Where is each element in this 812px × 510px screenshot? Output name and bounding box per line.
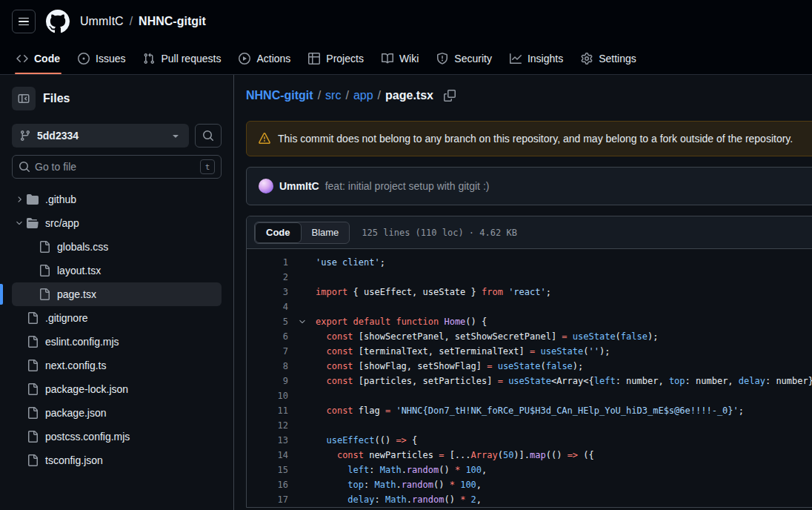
- repo-tab-settings[interactable]: Settings: [573, 43, 644, 74]
- chevron-spacer: [288, 433, 316, 448]
- chevron-spacer: [288, 418, 316, 433]
- repo-link[interactable]: NHNC-gitgit: [139, 15, 206, 28]
- go-to-file-field: t: [12, 155, 222, 179]
- github-logo[interactable]: [46, 10, 70, 33]
- branch-row: 5dd2334: [12, 124, 222, 148]
- repo-tab-issues[interactable]: Issues: [70, 43, 133, 74]
- tab-label: Projects: [326, 53, 364, 64]
- avatar[interactable]: [259, 179, 273, 193]
- copy-path-button[interactable]: [444, 90, 456, 102]
- header-breadcrumb: UmmItC / NHNC-gitgit: [80, 15, 206, 28]
- line-number[interactable]: 7: [247, 344, 288, 359]
- file-name: package-lock.json: [45, 383, 128, 395]
- shield-icon: [436, 53, 448, 64]
- files-sidebar: Files 5dd2334: [0, 75, 234, 510]
- commit-author-link[interactable]: UmmItC: [279, 180, 319, 192]
- line-number[interactable]: 16: [247, 477, 288, 492]
- code-text: const [showFlag, setShowFlag] = useState…: [316, 359, 583, 374]
- branch-name: 5dd2334: [37, 130, 79, 142]
- repo-tab-security[interactable]: Security: [429, 43, 499, 74]
- folder-icon: [27, 193, 39, 205]
- line-number[interactable]: 15: [247, 463, 288, 477]
- code-text: const [particles, setParticles] = useSta…: [316, 374, 812, 388]
- line-number[interactable]: 12: [247, 418, 288, 433]
- line-number[interactable]: 10: [247, 388, 288, 403]
- file-tree-item-page-tsx[interactable]: page.tsx: [12, 282, 222, 306]
- collapse-code-icon[interactable]: [288, 314, 316, 329]
- repo-tab-insights[interactable]: Insights: [502, 43, 570, 74]
- tab-blame[interactable]: Blame: [302, 222, 350, 243]
- line-number[interactable]: 6: [247, 329, 288, 344]
- file-tree-item-package-json[interactable]: package.json: [12, 401, 222, 425]
- line-number[interactable]: 3: [247, 285, 288, 299]
- code-text: import { useEffect, useState } from 'rea…: [316, 285, 551, 299]
- search-this-repository-button[interactable]: [195, 124, 222, 148]
- line-number[interactable]: 2: [247, 270, 288, 285]
- sidebar-panel-icon: [18, 93, 30, 105]
- file-tree-item-github[interactable]: .github: [12, 188, 222, 211]
- breadcrumb-src-link[interactable]: src: [325, 89, 341, 102]
- line-number[interactable]: 17: [247, 492, 288, 507]
- file-tree-item-globals-css[interactable]: globals.css: [12, 235, 222, 259]
- chevron-spacer: [288, 403, 316, 418]
- commit-message-link[interactable]: feat: initial project setup with gitgit …: [325, 180, 490, 192]
- code-line: 13 useEffect(() => {: [247, 433, 812, 448]
- file-icon: [27, 360, 39, 371]
- file-tree-item-src-app[interactable]: src/app: [12, 211, 222, 235]
- line-number[interactable]: 11: [247, 403, 288, 418]
- page-body: Files 5dd2334: [0, 75, 812, 510]
- file-tree-item-postcss-config-mjs[interactable]: postcss.config.mjs: [12, 425, 222, 448]
- repo-tabs: CodeIssuesPull requestsActionsProjectsWi…: [9, 43, 803, 74]
- code-line: 11 const flag = 'NHNC{Don7_tH!NK_foRCe_P…: [247, 403, 812, 418]
- file-tree-item-next-config-ts[interactable]: next.config.ts: [12, 354, 222, 377]
- hamburger-menu-button[interactable]: [12, 10, 36, 33]
- keyboard-shortcut-hint: t: [200, 159, 215, 174]
- line-number[interactable]: 1: [247, 255, 288, 270]
- go-to-file-input[interactable]: [35, 161, 196, 173]
- repo-tab-pull-requests[interactable]: Pull requests: [136, 43, 228, 74]
- line-number[interactable]: 14: [247, 448, 288, 463]
- code-line: 17 delay: Math.random() * 2,: [247, 492, 812, 507]
- tab-code[interactable]: Code: [255, 222, 302, 243]
- file-name: .gitignore: [45, 312, 88, 324]
- tab-label: Pull requests: [161, 53, 221, 64]
- line-number[interactable]: 9: [247, 374, 288, 388]
- code-text: const newParticles = [...Array(50)].map(…: [316, 448, 594, 463]
- line-number[interactable]: 8: [247, 359, 288, 374]
- repo-tab-actions[interactable]: Actions: [231, 43, 298, 74]
- branch-selector[interactable]: 5dd2334: [12, 124, 189, 148]
- code-line: 16 top: Math.random() * 100,: [247, 477, 812, 492]
- repo-tab-code[interactable]: Code: [9, 43, 67, 74]
- file-tree-item-eslint-config-mjs[interactable]: eslint.config.mjs: [12, 330, 222, 354]
- file-name: .github: [45, 193, 76, 205]
- code-line: 2: [247, 270, 812, 285]
- table-icon: [308, 53, 320, 64]
- file-tree-item-tsconfig-json[interactable]: tsconfig.json: [12, 448, 222, 472]
- code-area: 1'use client';23import { useEffect, useS…: [247, 249, 812, 507]
- repo-tab-projects[interactable]: Projects: [301, 43, 371, 74]
- file-tree-item-package-lock-json[interactable]: package-lock.json: [12, 377, 222, 401]
- breadcrumb-separator: /: [130, 15, 133, 28]
- file-name: layout.tsx: [57, 265, 101, 276]
- file-icon: [27, 312, 39, 324]
- file-view-box: Code Blame 125 lines (110 loc) · 4.62 KB…: [246, 216, 812, 508]
- collapse-sidebar-button[interactable]: [12, 87, 36, 110]
- file-icon: [27, 431, 39, 443]
- owner-link[interactable]: UmmItC: [80, 15, 124, 28]
- breadcrumb-repo-link[interactable]: NHNC-gitgit: [246, 89, 313, 102]
- repo-tab-wiki[interactable]: Wiki: [374, 43, 426, 74]
- file-name: next.config.ts: [45, 360, 107, 371]
- code-blame-switch: Code Blame: [254, 222, 350, 244]
- file-tree-item-gitignore[interactable]: .gitignore: [12, 306, 222, 330]
- line-number[interactable]: 4: [247, 299, 288, 314]
- banner-text: This commit does not belong to any branc…: [278, 133, 793, 145]
- code-line: 8 const [showFlag, setShowFlag] = useSta…: [247, 359, 812, 374]
- line-number[interactable]: 13: [247, 433, 288, 448]
- file-name: src/app: [45, 217, 79, 229]
- line-number[interactable]: 5: [247, 314, 288, 329]
- issue-opened-icon: [78, 53, 90, 64]
- breadcrumb-app-link[interactable]: app: [353, 89, 373, 102]
- chevron-spacer: [288, 374, 316, 388]
- file-tree-item-layout-tsx[interactable]: layout.tsx: [12, 259, 222, 282]
- chevron-right-icon: [15, 195, 24, 204]
